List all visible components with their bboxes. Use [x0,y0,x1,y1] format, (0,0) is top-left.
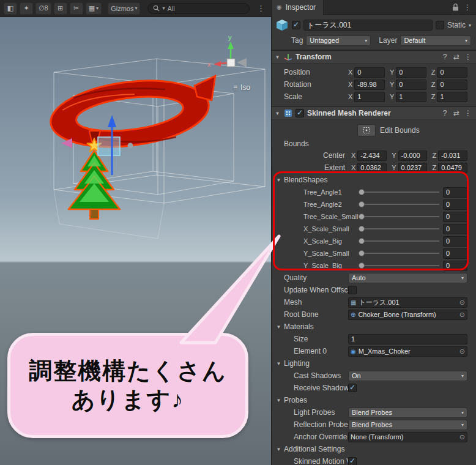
blendshape-value-field[interactable]: 0 [443,236,467,247]
blendshape-slider[interactable] [359,237,439,245]
gizmo-y-arrow-icon[interactable] [228,42,234,49]
receive-shadows-checkbox[interactable]: ✓ [348,384,357,392]
element0-value: M_Xmas_Choker [359,348,457,355]
blendshape-value-field[interactable]: 0 [443,199,467,210]
quality-dropdown[interactable]: Auto ▾ [348,273,467,283]
foldout-arrow-icon[interactable]: ▼ [274,54,281,60]
object-picker-icon[interactable]: ⊙ [459,311,465,319]
tag-dropdown[interactable]: Untagged ▾ [306,35,371,46]
gizmos-dropdown[interactable]: Gizmos ▾ [108,2,140,15]
cut-tool-icon[interactable]: ✂ [70,2,83,15]
center-z-field[interactable]: -0.031 [438,151,467,161]
transform-header[interactable]: ▼ Transform ? ⇄ ⋮ [272,50,476,64]
update-offscreen-checkbox[interactable]: ✓ [348,286,357,294]
position-y-field[interactable]: 0 [396,67,426,78]
light-probes-dropdown[interactable]: Blend Probes ▾ [348,407,467,418]
object-picker-icon[interactable]: ⊙ [459,348,465,355]
projection-mode[interactable]: ≡ Iso [233,83,250,92]
blendshape-slider[interactable] [359,225,439,233]
materials-size-field[interactable]: 1 [348,334,467,344]
active-checkbox[interactable]: ✓ [292,21,300,29]
blendshape-value-field[interactable]: 0 [443,248,467,259]
blendshape-slider[interactable] [359,200,439,209]
orientation-gizmo[interactable]: y x [206,33,255,82]
center-x-field[interactable]: -2.434 [357,151,387,161]
foldout-arrow-icon[interactable]: ▼ [274,111,281,116]
gizmo-sphere-icon[interactable] [128,143,133,149]
blendshapes-foldout[interactable]: ▼ BlendShapes [272,174,476,186]
scale-x-field[interactable]: 1 [354,92,385,102]
blendshape-value-field[interactable]: 0 [443,212,467,222]
help-icon[interactable]: ? [441,109,449,117]
rotation-y-field[interactable]: 0 [396,80,426,90]
slider-knob[interactable] [359,214,365,220]
additional-settings-foldout[interactable]: ▼ Additional Settings [272,443,476,455]
static-checkbox[interactable]: ✓ [436,21,444,29]
materials-foldout[interactable]: ▼ Materials [272,321,476,333]
rotation-z-field[interactable]: 0 [437,80,467,90]
y-axis-arrow-icon[interactable] [108,115,116,127]
probes-foldout[interactable]: ▼ Probes [272,394,476,406]
slider-knob[interactable] [359,250,365,256]
scale-y-field[interactable]: 1 [396,92,426,102]
blendshape-value-field[interactable]: 0 [443,187,467,198]
rotation-x-field[interactable]: -89.98 [354,80,385,90]
presets-icon[interactable]: ⇄ [452,109,461,117]
slider-knob[interactable] [359,262,365,269]
gizmo-cube-icon[interactable] [227,59,235,67]
root-bone-object-field[interactable]: ⊕ Choker_Bone (Transform) ⊙ [348,310,467,320]
inspector-menu-icon[interactable]: ⋮ [464,3,471,12]
skinned-mesh-renderer-header[interactable]: ▼ ✓ Skinned Mesh Renderer ? ⇄ ⋮ [272,106,476,120]
blendshape-slider[interactable] [359,188,439,196]
grid-icon[interactable]: ⊞ [54,2,67,15]
slider-knob[interactable] [359,226,365,232]
object-picker-icon[interactable]: ⊙ [459,299,465,307]
audio-icon[interactable]: ◧ [4,2,17,15]
more-menu-icon[interactable]: ⋮ [464,109,472,117]
blendshape-value-field[interactable]: 0 [443,261,467,271]
skinned-motion-checkbox[interactable]: ✓ [348,457,357,465]
center-y-field[interactable]: -0.000 [398,151,428,161]
reflection-probes-dropdown[interactable]: Blend Probes ▾ [348,420,467,430]
gizmo-x-arrow-icon[interactable] [214,61,221,67]
static-dropdown-icon[interactable]: ▾ [469,23,471,28]
blendshape-slider[interactable] [359,249,439,258]
element0-object-field[interactable]: ◉ M_Xmas_Choker ⊙ [348,346,467,357]
gameobject-cube-icon[interactable] [275,18,289,32]
edit-bounds-button[interactable] [357,124,376,136]
component-enabled-checkbox[interactable]: ✓ [296,109,304,117]
anchor-override-field[interactable]: None (Transform) ⊙ [348,432,467,442]
object-picker-icon[interactable]: ⊙ [459,433,465,441]
position-z-field[interactable]: 0 [437,67,467,78]
extent-y-field[interactable]: 0.0237 [398,163,428,173]
mesh-object-field[interactable]: ▦ トーラス.001 ⊙ [348,297,467,308]
blendshape-slider[interactable] [359,261,439,270]
blendshape-value-field[interactable]: 0 [443,224,467,234]
extent-x-field[interactable]: 0.0362 [357,163,387,173]
help-icon[interactable]: ? [441,53,449,61]
layer-dropdown[interactable]: Default ▾ [400,35,471,46]
cast-shadows-dropdown[interactable]: On ▾ [348,371,467,381]
camera-view-icon[interactable]: ▦ ▾ [86,2,102,15]
root-bone-row: Root Bone ⊕ Choker_Bone (Transform) ⊙ [272,308,476,321]
lighting-foldout[interactable]: ▼ Lighting [272,357,476,370]
hidden-objects-icon[interactable]: ∅8 [35,2,51,15]
camera-glyph: ▦ [89,4,95,12]
scale-z-field[interactable]: 1 [437,92,467,102]
gameobject-name-field[interactable]: トーラス.001 [303,20,433,31]
axis-x-label: X [351,152,355,159]
position-x-field[interactable]: 0 [354,67,385,78]
more-menu-icon[interactable]: ⋮ [464,53,472,61]
slider-knob[interactable] [359,238,365,244]
gizmo-z-cone-icon[interactable] [237,58,247,67]
presets-icon[interactable]: ⇄ [452,53,461,61]
slider-knob[interactable] [359,189,365,195]
more-menu-icon[interactable]: ⋮ [255,4,267,13]
slider-knob[interactable] [359,201,365,207]
extent-z-field[interactable]: 0.0479 [438,163,467,173]
effects-icon[interactable]: ✦ [20,2,33,15]
search-input[interactable]: ▾ All [147,3,250,14]
tab-inspector[interactable]: ◉ Inspector [272,0,324,15]
lock-icon[interactable] [452,3,459,11]
blendshape-slider[interactable] [359,212,439,221]
